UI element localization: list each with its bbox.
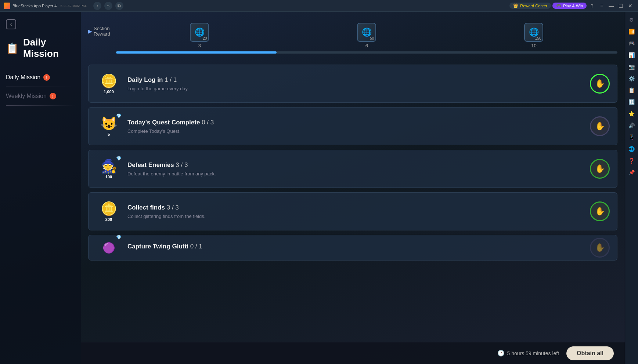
section-label: ▶ SectionReward [88,23,116,37]
sidebar-icon-11[interactable]: 🌐 [627,144,637,154]
reward-icon-box-2: 🌐 150 [524,23,543,42]
mission-action-3[interactable]: ✋ [590,201,610,221]
mission-desc-1: Complete Today's Quest. [127,128,584,134]
reward-points-2: 10 [531,43,536,48]
gem-icon-1: 💎 [116,113,122,119]
reward-center-icon: 👑 [513,3,518,8]
mission-title-0: Daily Log in 1 / 1 [127,76,584,84]
mission-action-1[interactable]: ✋ [590,116,610,136]
app-version: 5.11.62.1002 P64 [60,4,86,8]
section-label-text: ▶ SectionReward [88,26,110,37]
sidebar-icon-1[interactable]: 📶 [627,26,637,37]
mission-title-text-3: Collect finds [127,204,165,211]
mission-icon-3: 🪙 [101,201,117,216]
reward-icon-2: 🌐 [529,28,539,37]
titlebar: BlueStacks App Player 4 5.11.62.1002 P64… [0,0,638,12]
claim-icon-4: ✋ [595,243,605,252]
app-name: BlueStacks App Player 4 [12,4,57,8]
gem-icon-4: 💎 [116,235,122,240]
nav-divider-2 [6,105,75,106]
weekly-mission-badge: ! [50,93,56,99]
progress-line [116,51,617,54]
main-area: ‹ 📋 Daily Mission Daily Mission ! Weekly… [0,12,625,364]
obtain-all-button[interactable]: Obtain all [566,346,614,360]
sidebar-icon-0[interactable]: ⚙ [627,15,637,25]
mission-card-collect: 🪙 200 Collect finds 3 / 3 Collect glitte… [88,192,617,230]
mission-title-text-1: Today's Quest Complete [127,119,200,126]
mission-title-text-0: Daily Log in [127,76,163,83]
claim-icon-0: ✋ [595,79,605,88]
maximize-button[interactable]: ☐ [617,2,625,10]
sidebar-icon-5[interactable]: ⚙️ [627,73,637,84]
sidebar-icon-10[interactable]: 📱 [627,132,637,142]
reward-center-label: Reward Center [520,4,547,8]
back-button[interactable]: ‹ [6,19,75,29]
section-reward-bar: ▶ SectionReward 🌐 20 3 🌐 [88,19,617,57]
reward-icon-box-1: 🌐 50 [357,23,376,42]
reward-icon-box-0: 🌐 20 [190,23,209,42]
mission-value-2: 100 [105,175,112,179]
mission-icon-wrap-4: 🟣 💎 [96,235,122,261]
sidebar-icon-3[interactable]: 📊 [627,50,637,60]
close-button[interactable]: ✕ [626,2,634,10]
back-nav-button[interactable]: ‹ [93,2,101,10]
reward-points-0: 3 [198,43,201,48]
mission-count-2: 3 / 3 [176,161,188,168]
mission-icon-wrap-2: 🧙 💎 100 [96,156,122,182]
mission-desc-2: Defeat the enemy in battle from any pack… [127,171,584,176]
page-icon: 📋 [6,42,19,54]
sidebar-icon-2[interactable]: 🎮 [627,38,637,48]
mission-count-0: 1 / 1 [165,76,177,83]
page-title-area: 📋 Daily Mission [6,37,75,59]
reward-count-2: 150 [535,36,541,40]
sidebar-icon-7[interactable]: 🔃 [627,97,637,107]
tabs-nav-button[interactable]: ⧉ [115,2,123,10]
minimize-button[interactable]: — [607,2,615,10]
mission-icon-0: 🪙 [101,73,117,89]
home-nav-button[interactable]: ⌂ [104,2,112,10]
daily-mission-badge: ! [43,74,50,81]
sidebar-icon-9[interactable]: 🔊 [627,120,637,131]
time-left: 🕐 5 hours 59 minutes left [497,350,559,357]
time-left-text: 5 hours 59 minutes left [507,350,559,356]
play-win-label: Play & Win [563,4,583,8]
mission-icon-wrap-3: 🪙 200 [96,199,122,224]
menu-button[interactable]: ≡ [598,2,606,10]
left-panel: ‹ 📋 Daily Mission Daily Mission ! Weekly… [0,12,81,364]
nav-item-weekly[interactable]: Weekly Mission ! [6,89,75,103]
mission-info-0: Daily Log in 1 / 1 Login to the game eve… [127,76,584,91]
reward-center-button[interactable]: 👑 Reward Center [509,3,551,9]
mission-icon-wrap-0: 🪙 1,000 [96,71,122,97]
sidebar-icon-8[interactable]: ⭐ [627,109,637,119]
weekly-mission-label: Weekly Mission [6,93,47,99]
mission-title-text-4: Capture Twing Glutti [127,243,188,250]
claim-icon-2: ✋ [595,164,605,174]
gem-icon-2: 💎 [116,156,122,161]
play-win-button[interactable]: 🎮 Play & Win [552,3,587,9]
nav-divider-1 [6,87,75,87]
sidebar-icon-12[interactable]: ❓ [627,156,637,166]
mission-card-capture: 🟣 💎 Capture Twing Glutti 0 / 1 ✋ [88,235,617,261]
sidebar-icon-13[interactable]: 📌 [627,167,637,178]
mission-desc-3: Collect glittering finds from the fields… [127,214,584,219]
reward-marker-2: 🌐 150 10 [524,23,543,48]
mission-info-4: Capture Twing Glutti 0 / 1 [127,243,584,252]
claim-icon-3: ✋ [595,207,605,216]
reward-marker-0: 🌐 20 3 [190,23,209,48]
mission-icon-4: 🟣 [102,242,115,254]
sidebar-icon-6[interactable]: 📋 [627,85,637,95]
app-icon [4,3,10,9]
nav-item-daily[interactable]: Daily Mission ! [6,70,75,84]
mission-action-0[interactable]: ✋ [590,74,610,94]
clock-icon: 🕐 [497,350,505,357]
claim-icon-1: ✋ [595,121,605,131]
reward-markers-row: 🌐 20 3 🌐 50 6 🌐 [116,23,617,48]
titlebar-nav: ‹ ⌂ ⧉ [90,2,126,10]
sidebar-icon-4[interactable]: 📷 [627,62,637,72]
mission-action-4[interactable]: ✋ [590,238,610,258]
reward-count-0: 20 [203,36,207,40]
daily-mission-label: Daily Mission [6,74,40,81]
mission-action-2[interactable]: ✋ [590,159,610,179]
help-button[interactable]: ? [588,2,596,10]
mission-icon-2: 🧙 [101,159,117,174]
